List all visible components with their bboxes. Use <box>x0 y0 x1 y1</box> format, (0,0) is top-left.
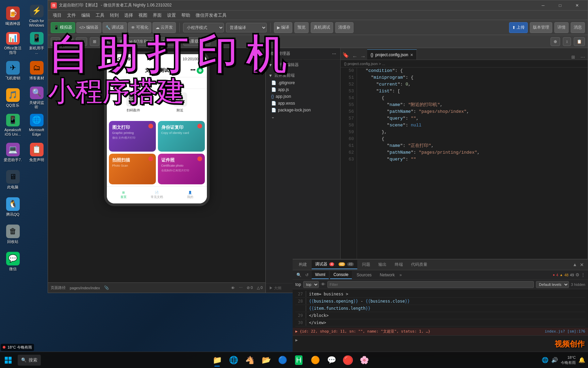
feature-photo[interactable]: 拍照扫描 Photo Scan <box>109 154 156 184</box>
taskbar-app-browser[interactable]: 🔵 <box>275 353 290 368</box>
console-prompt[interactable]: ▶ <box>293 336 588 344</box>
console-settings[interactable]: ⚙ <box>575 272 579 277</box>
menu-select[interactable]: 选择 <box>121 12 136 19</box>
debugger-mode-btn[interactable]: 🔧 调试器 <box>102 22 127 33</box>
menu-project[interactable]: 项目 <box>50 12 64 19</box>
desktop-icon-isth[interactable]: 💻 爱思助手7. <box>2 140 24 165</box>
minimize-button[interactable]: ─ <box>535 1 551 10</box>
explorer-more[interactable]: ⋯ <box>332 51 336 56</box>
desktop-icon-edge[interactable]: 🌐 MicrosoftEdge <box>26 112 48 138</box>
nav-me[interactable]: 👤 我的 <box>174 191 207 199</box>
console-options[interactable]: ⋮ <box>581 272 585 277</box>
taskbar-app-explorer[interactable]: 📁 <box>210 353 225 368</box>
tab-close-icon[interactable]: × <box>410 52 413 58</box>
tab-problems[interactable]: 问题 <box>359 260 374 269</box>
clear-cache-btn[interactable]: 清缓存 <box>335 22 354 33</box>
collapse-btn[interactable]: ▲ <box>573 262 577 267</box>
tab-project-config[interactable]: {} project.config.json × <box>367 49 417 60</box>
stop-btn[interactable]: ⏺ <box>63 37 73 46</box>
file-more[interactable]: ⌄ <box>266 113 340 120</box>
messages-btn[interactable]: 消息 <box>571 22 585 33</box>
desktop-icon-blog[interactable]: 🗂 博客素材 <box>26 58 48 83</box>
level-select[interactable]: Default levels <box>536 281 569 288</box>
tab-forward-btn[interactable]: → <box>360 53 366 60</box>
taskbar-time[interactable]: 18°C 今晚有雨 <box>561 355 576 365</box>
feature-id[interactable]: 身份证复印 Copy of identity card <box>158 121 205 152</box>
editor-mode-btn[interactable]: </> 编辑器 <box>76 22 101 33</box>
expand-arrow[interactable]: ▶ <box>295 328 298 335</box>
tab-back-btn[interactable]: ← <box>352 53 358 60</box>
file-gitignore[interactable]: 📄 .gitignore <box>266 79 340 86</box>
desktop-icon-newphone[interactable]: 📱 新机用手... <box>26 31 48 56</box>
phone-btn[interactable]: 📱 <box>76 37 87 46</box>
compile-type-select[interactable]: 小程序模式 <box>183 23 224 32</box>
menu-tools[interactable]: 工具 <box>93 12 107 19</box>
taskbar-app-pink[interactable]: 🌸 <box>357 353 372 368</box>
tab-debugger[interactable]: 调试器 4 . 48 49 <box>312 260 357 269</box>
feature-cert[interactable]: 证件照 Certificate photo 在线制作/已有照片打印 <box>158 154 205 184</box>
desktop-icon-drinks[interactable]: 🍺 喝酒神器 <box>2 3 24 29</box>
taskbar-app-h[interactable]: H <box>291 353 306 368</box>
subtab-console[interactable]: Console <box>330 271 352 279</box>
real-device-btn[interactable]: 真机调试 <box>311 22 333 33</box>
desktop-icon-apeaksoft[interactable]: 📱 ApeaksoftiOS Uni... <box>2 112 24 138</box>
desktop-icon-qqmusic[interactable]: 🎵 QQ音乐 <box>2 85 24 111</box>
add-btn[interactable]: ⊕ <box>551 37 560 46</box>
cloud-frontend-label[interactable]: ▼ 云开发前端 <box>266 72 340 79</box>
menu-goto[interactable]: 转到 <box>107 12 121 19</box>
more-tabs-btn[interactable]: ⋯ <box>578 55 588 60</box>
close-button[interactable]: ✕ <box>569 1 585 10</box>
menu-edit[interactable]: 编辑 <box>79 12 93 19</box>
volume-icon[interactable]: 🔊 <box>551 357 558 363</box>
menu-wechat-devtools[interactable]: 微信开发者工具 <box>193 12 229 19</box>
simulator-mode-btn[interactable]: 📱 模拟器 <box>51 22 75 33</box>
nav-dots[interactable]: ••• ⊕ <box>191 67 203 74</box>
console-eye-btn[interactable]: 👁 <box>321 282 325 287</box>
version-mgmt-btn[interactable]: 版本管理 <box>530 22 552 33</box>
upload-btn[interactable]: ⬆ 上传 <box>509 22 528 33</box>
menu-help[interactable]: 帮助 <box>179 12 193 19</box>
swap-btn[interactable]: ↕ <box>563 37 571 46</box>
subtab-network[interactable]: Network <box>376 271 398 279</box>
inspect-icon[interactable]: 🔍 <box>295 272 302 278</box>
clipboard-btn[interactable]: 📋 <box>574 37 585 46</box>
refresh-btn[interactable]: ↺ <box>51 37 60 46</box>
cloud-mode-btn[interactable]: ☁ 云开发 <box>152 22 176 33</box>
taskbar-app-explorer2[interactable]: 📂 <box>259 353 274 368</box>
file-appwxss[interactable]: 📄 app.wxss <box>266 100 340 107</box>
service-scan[interactable]: 扫码取件 <box>126 92 141 113</box>
menu-view[interactable]: 视图 <box>136 12 150 19</box>
menu-file[interactable]: 文件 <box>64 12 79 19</box>
feature-graphic[interactable]: 图文打印 Graphic printing 微信 文件/图片打印 <box>109 121 156 152</box>
subtab-wxml[interactable]: Wxml <box>312 271 329 279</box>
desktop-icon-plane[interactable]: ✈ 飞机密钥 <box>2 58 24 83</box>
nav-home[interactable]: ⊞ 首页 <box>107 191 140 199</box>
taskbar-app-red[interactable]: 🔴 <box>340 353 355 368</box>
nav-docs[interactable]: 📄 常见文档 <box>140 191 174 199</box>
desktop-icon-trash[interactable]: 🗑 回收站 <box>2 221 24 247</box>
tab-terminal[interactable]: 终端 <box>391 260 406 269</box>
service-nearby[interactable]: 📍 附近 <box>173 92 187 113</box>
more-icon[interactable]: ⋯ <box>239 286 243 290</box>
file-packagelock[interactable]: 📄 package-lock.json <box>266 107 340 113</box>
start-button[interactable] <box>0 352 16 368</box>
filter-input[interactable] <box>327 281 534 288</box>
compile-mode-select[interactable]: 普通编译 <box>226 23 267 32</box>
bookmarks-icon[interactable]: 🔖 <box>341 50 351 60</box>
error-source-link[interactable]: index.js? [sm]:176 <box>545 328 585 335</box>
details-btn[interactable]: 详情 <box>554 22 569 33</box>
devtools-close-btn[interactable]: ✕ <box>578 261 585 268</box>
menu-interface[interactable]: 界面 <box>150 12 164 19</box>
search-btn[interactable]: 🔍 <box>102 37 113 46</box>
open-editors-label[interactable]: ▼ 打开的编辑器 <box>266 61 340 69</box>
desktop-icon-keyword[interactable]: 🔍 关键词监听 <box>26 85 48 111</box>
taskbar-app-orange[interactable]: 🟠 <box>308 353 323 368</box>
hotreload-btn[interactable]: 热重载 开 ▾ <box>183 37 210 46</box>
grid-btn[interactable]: ⊞ <box>90 37 99 46</box>
split-editor-btn[interactable]: ⊞ <box>569 55 578 60</box>
refresh-icon[interactable]: ↺ <box>304 272 310 278</box>
preview-btn[interactable]: 预览 <box>294 22 309 33</box>
more-subtabs[interactable]: » <box>399 273 402 277</box>
network-icon[interactable]: 🌐 <box>542 357 549 363</box>
device-select[interactable]: iPhone 6/7/8 Plus 75% 16 <box>116 37 175 46</box>
